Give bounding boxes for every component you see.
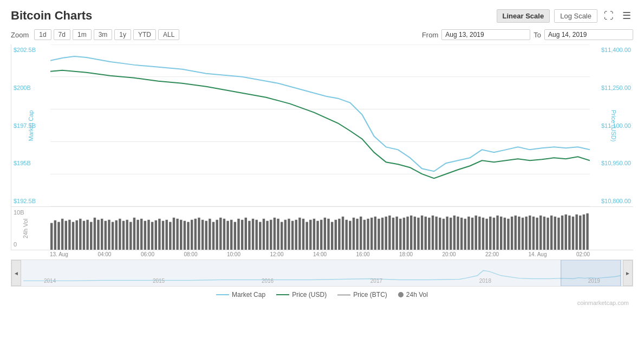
to-date-input[interactable] [544,29,633,40]
svg-rect-81 [320,220,322,250]
svg-rect-71 [284,220,287,250]
zoom-1d-button[interactable]: 1d [34,29,51,40]
from-date-input[interactable] [441,29,530,40]
svg-rect-27 [126,220,128,250]
nav-scroll-left-button[interactable]: ◄ [11,260,21,286]
legend-price-usd: Price (USD) [276,291,327,298]
svg-rect-131 [500,217,502,250]
svg-rect-53 [219,218,222,250]
svg-rect-38 [165,220,167,250]
svg-rect-10 [65,221,67,250]
svg-rect-105 [406,217,408,250]
svg-rect-31 [140,219,142,250]
svg-rect-30 [136,220,139,250]
log-scale-button[interactable]: Log Scale [554,9,597,23]
svg-rect-141 [536,218,538,250]
svg-rect-109 [421,216,423,250]
zoom-1y-button[interactable]: 1y [114,29,131,40]
zoom-ytd-button[interactable]: YTD [133,29,156,40]
svg-rect-84 [331,222,333,250]
svg-rect-89 [349,221,351,250]
svg-rect-149 [565,215,567,250]
fullscreen-icon[interactable]: ⛶ [602,9,616,23]
from-label: From [422,31,438,39]
svg-rect-122 [467,217,470,250]
legend-24h-vol-dot [398,292,404,297]
linear-scale-button[interactable]: Linear Scale [497,9,550,23]
svg-rect-19 [97,220,99,250]
svg-rect-118 [453,216,456,250]
price-usd-axis-label: Price (USD) [611,109,617,141]
svg-rect-45 [191,220,193,250]
x-label-11: 14. Aug [529,251,547,257]
nav-scroll-right-button[interactable]: ► [623,260,633,286]
svg-rect-87 [342,217,344,250]
svg-rect-42 [180,220,182,250]
zoom-1m-button[interactable]: 1m [73,29,92,40]
svg-rect-70 [281,222,283,250]
svg-rect-119 [457,217,459,250]
svg-rect-107 [414,217,416,250]
svg-rect-73 [291,221,294,250]
volume-svg [50,207,590,250]
svg-rect-134 [511,217,513,250]
svg-rect-13 [75,220,77,250]
zoom-7d-button[interactable]: 7d [54,29,70,40]
svg-rect-113 [435,217,437,250]
svg-rect-147 [557,218,560,250]
svg-rect-100 [388,216,391,250]
svg-rect-132 [504,218,506,250]
svg-rect-11 [68,220,70,250]
svg-rect-116 [446,217,448,250]
svg-rect-129 [493,218,495,250]
legend: Market Cap Price (USD) Price (BTC) 24h V… [11,291,633,298]
svg-rect-121 [464,219,466,250]
svg-rect-59 [241,220,243,250]
y-right-4: $10,950.00 [592,160,631,166]
svg-rect-77 [305,222,308,250]
nav-year-2015: 2015 [153,278,165,284]
price-usd-line [50,70,590,178]
svg-rect-15 [83,221,85,250]
header-controls: Linear Scale Log Scale ⛶ ☰ [497,9,633,23]
x-label-1: 04:00 [97,251,111,257]
svg-rect-47 [198,218,200,250]
zoom-3m-button[interactable]: 3m [94,29,113,40]
svg-rect-94 [367,219,369,250]
svg-rect-78 [309,220,311,250]
svg-rect-50 [209,219,211,250]
svg-rect-56 [230,220,232,250]
legend-price-btc: Price (BTC) [337,291,387,298]
volume-chart: 10B 0 24h Vol [11,207,633,250]
svg-rect-101 [392,218,394,250]
svg-rect-88 [345,220,347,250]
svg-rect-142 [539,216,542,250]
svg-rect-153 [579,216,581,250]
nav-year-2017: 2017 [370,278,382,284]
svg-rect-72 [288,219,290,250]
svg-rect-49 [205,221,207,250]
svg-rect-143 [543,217,545,250]
zoom-all-button[interactable]: ALL [158,29,179,40]
x-label-2: 06:00 [141,251,154,257]
legend-market-cap-line [216,294,229,295]
svg-rect-151 [572,217,574,250]
svg-rect-146 [554,217,556,250]
svg-rect-44 [187,222,189,250]
svg-rect-60 [245,218,247,250]
watermark: coinmarketcap.com [11,300,633,306]
svg-rect-126 [482,218,484,250]
svg-rect-39 [169,222,171,250]
svg-rect-20 [101,219,103,250]
vol-y-bottom: 0 [14,241,48,248]
svg-rect-90 [353,218,355,250]
nav-year-2019: 2019 [588,278,600,284]
svg-rect-93 [363,220,366,250]
nav-year-2014: 2014 [44,278,56,284]
y-right-1: $11,400.00 [592,47,631,53]
svg-rect-76 [302,219,304,250]
menu-icon[interactable]: ☰ [620,9,633,23]
y-right-5: $10,800.00 [592,198,631,204]
svg-rect-55 [226,221,229,250]
svg-rect-6 [50,223,53,250]
